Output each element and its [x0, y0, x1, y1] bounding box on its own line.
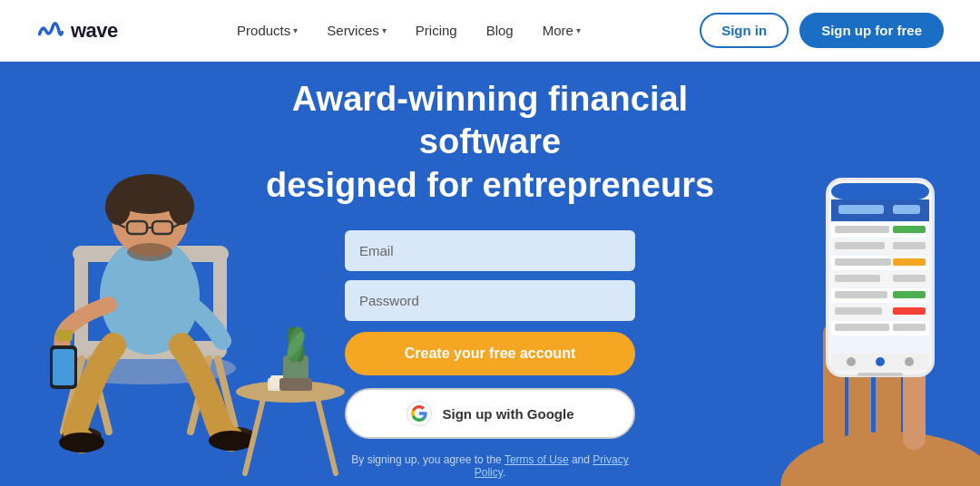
google-icon — [407, 401, 432, 426]
google-signup-button[interactable]: Sign up with Google — [345, 388, 635, 439]
logo[interactable]: wave — [36, 16, 118, 45]
terms-text: By signing up, you agree to the Terms of… — [345, 453, 635, 479]
nav-services[interactable]: Services ▾ — [314, 15, 399, 45]
nav-pricing-label: Pricing — [416, 23, 457, 38]
more-chevron-icon: ▾ — [576, 25, 581, 35]
nav-services-label: Services — [327, 23, 379, 38]
terms-link[interactable]: Terms of Use — [505, 453, 569, 466]
header: wave Products ▾ Services ▾ Pricing Blog … — [0, 0, 980, 62]
hero-title: Award-winning financial software designe… — [236, 78, 744, 208]
hero-section: Award-winning financial software designe… — [0, 62, 980, 486]
hero-center: Award-winning financial software designe… — [0, 62, 980, 486]
signup-form: Create your free account Sign up with Go… — [345, 230, 635, 479]
nav-blog-label: Blog — [486, 23, 514, 38]
create-account-button[interactable]: Create your free account — [345, 332, 635, 375]
signup-button[interactable]: Sign up for free — [799, 13, 944, 48]
nav-more[interactable]: More ▾ — [530, 15, 593, 45]
services-chevron-icon: ▾ — [382, 25, 387, 35]
header-actions: Sign in Sign up for free — [700, 13, 944, 48]
products-chevron-icon: ▾ — [293, 25, 298, 35]
signin-button[interactable]: Sign in — [700, 13, 789, 48]
logo-text: wave — [71, 19, 118, 43]
nav-pricing[interactable]: Pricing — [403, 15, 470, 45]
google-button-label: Sign up with Google — [443, 406, 574, 422]
nav-products[interactable]: Products ▾ — [224, 15, 310, 45]
password-field[interactable] — [345, 280, 635, 321]
nav-blog[interactable]: Blog — [474, 15, 526, 45]
email-field[interactable] — [345, 230, 635, 271]
main-nav: Products ▾ Services ▾ Pricing Blog More … — [224, 15, 593, 45]
nav-more-label: More — [543, 23, 573, 38]
nav-products-label: Products — [237, 23, 290, 38]
wave-logo-icon — [36, 16, 65, 45]
